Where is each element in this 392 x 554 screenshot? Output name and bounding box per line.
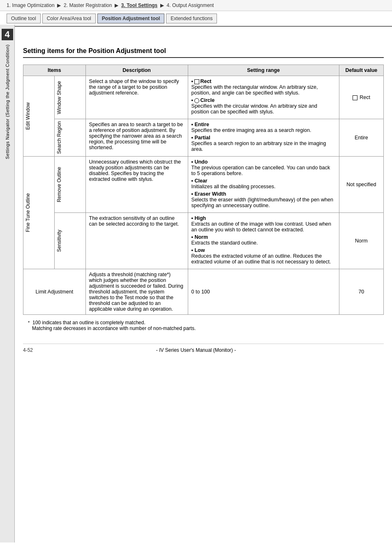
sub-label-search-region: Search Region <box>54 119 85 157</box>
breadcrumb-item-3: 3. Tool Settings <box>121 2 157 8</box>
page-number: 4-52 <box>23 347 33 353</box>
default-search-region: Entire <box>339 119 383 157</box>
range-window-shape: • Rect Specifies with the rectangular wi… <box>188 76 339 119</box>
table-row: Search Region Specifies an area to searc… <box>23 119 384 157</box>
tab-outline-tool[interactable]: Outline tool <box>7 14 41 23</box>
range-search-region: • Entire Specifies the entire imaging ar… <box>188 119 339 157</box>
default-sensitivity: Norm <box>339 213 383 269</box>
default-limit-adjustment: 70 <box>339 269 383 315</box>
settings-table: Items Description Setting range Default … <box>23 65 384 315</box>
footer-center-text: - IV Series User's Manual (Monitor) - <box>156 347 236 353</box>
sidebar-number: 4 <box>2 29 13 40</box>
range-limit-adjustment: 0 to 100 <box>188 269 339 315</box>
desc-search-region: Specifies an area to search a target to … <box>85 119 188 157</box>
th-setting-range: Setting range <box>188 65 339 76</box>
range-sensitivity: • High Extracts an outline of the image … <box>188 213 339 269</box>
table-row: Sensitivity The extraction sensitivity o… <box>23 213 384 269</box>
range-remove-outline: • Undo The previous operation can be can… <box>188 157 339 213</box>
footnote-line2: Matching rate decreases in accordance wi… <box>32 325 196 331</box>
sub-label-sensitivity: Sensitivity <box>54 213 85 269</box>
group-fine-tune-outline: Fine Tune Outline <box>23 157 55 269</box>
th-default-value: Default value <box>339 65 383 76</box>
desc-sensitivity: The extraction sensitivity of an outline… <box>85 213 188 269</box>
th-items: Items <box>23 65 86 76</box>
section-title: Setting items for the Position Adjustmen… <box>23 47 384 58</box>
breadcrumb-item-2: 2. Master Registration <box>64 2 112 8</box>
desc-remove-outline: Unnecessary outlines which obstruct the … <box>85 157 188 213</box>
tab-color-area-tool[interactable]: Color Area/Area tool <box>42 14 96 23</box>
default-remove-outline: Not specified <box>339 157 383 213</box>
tab-bar: Outline tool Color Area/Area tool Positi… <box>0 11 392 27</box>
sidebar: 4 Settings Navigator (Setting the Judgme… <box>0 25 15 542</box>
main-content: Setting items for the Position Adjustmen… <box>15 27 392 361</box>
sub-label-remove-outline: Remove Outline <box>54 157 85 213</box>
desc-limit-adjustment: Adjusts a threshold (matching rate*) whi… <box>85 269 188 315</box>
sub-label-window-shape: Window Shape <box>54 76 85 119</box>
footnote: * 100 indicates that an outline is compl… <box>23 320 384 331</box>
label-limit-adjustment: Limit Adjustment <box>23 269 86 315</box>
group-edit-window: Edit Window <box>23 76 55 157</box>
desc-window-shape: Select a shape of the window to specify … <box>85 76 188 119</box>
tab-extended-functions[interactable]: Extended functions <box>166 14 217 23</box>
footnote-marker: * <box>28 320 30 325</box>
table-row: Edit Window Window Shape Select a shape … <box>23 76 384 119</box>
table-row-limit-adjustment: Limit Adjustment Adjusts a threshold (ma… <box>23 269 384 315</box>
footnote-line1: 100 indicates that an outline is complet… <box>32 320 145 325</box>
default-window-shape: Rect <box>339 76 383 119</box>
breadcrumb: 1. Image Optimization ▶ 2. Master Regist… <box>0 0 392 11</box>
breadcrumb-item-1: 1. Image Optimization <box>7 2 55 8</box>
breadcrumb-item-4: 4. Output Assignment <box>167 2 214 8</box>
sidebar-text-main: Settings Navigator (Setting the Judgment… <box>5 44 10 159</box>
table-row: Fine Tune Outline Remove Outline Unneces… <box>23 157 384 213</box>
tab-position-adjustment-tool[interactable]: Position Adjustment tool <box>97 14 165 23</box>
th-description: Description <box>85 65 188 76</box>
